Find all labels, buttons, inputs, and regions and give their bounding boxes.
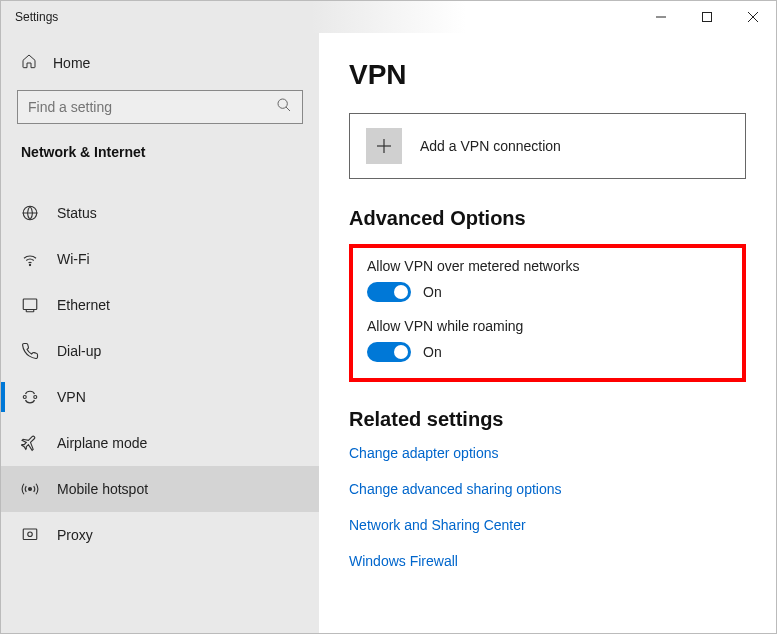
sidebar-item-airplane[interactable]: Airplane mode — [1, 420, 319, 466]
airplane-icon — [21, 434, 39, 452]
home-label: Home — [53, 55, 90, 71]
add-vpn-button[interactable]: Add a VPN connection — [349, 113, 746, 179]
toggle-roaming-label: Allow VPN while roaming — [367, 318, 728, 334]
nav-label: Proxy — [57, 527, 93, 543]
svg-rect-12 — [23, 529, 37, 540]
window-controls — [638, 1, 776, 33]
ethernet-icon — [21, 296, 39, 314]
svg-point-10 — [34, 396, 37, 399]
link-windows-firewall[interactable]: Windows Firewall — [349, 553, 746, 569]
nav-label: Status — [57, 205, 97, 221]
svg-rect-8 — [23, 299, 37, 310]
toggle-roaming-row: On — [367, 342, 728, 362]
svg-line-5 — [286, 107, 290, 111]
wifi-icon — [21, 250, 39, 268]
close-button[interactable] — [730, 1, 776, 33]
svg-point-13 — [28, 532, 33, 537]
svg-point-9 — [23, 396, 26, 399]
nav-label: Mobile hotspot — [57, 481, 148, 497]
link-adapter-options[interactable]: Change adapter options — [349, 445, 746, 461]
vpn-icon — [21, 388, 39, 406]
nav-label: Ethernet — [57, 297, 110, 313]
nav-label: Airplane mode — [57, 435, 147, 451]
plus-icon — [366, 128, 402, 164]
minimize-button[interactable] — [638, 1, 684, 33]
toggle-metered-row: On — [367, 282, 728, 302]
sidebar-item-status[interactable]: Status — [1, 190, 319, 236]
home-icon — [21, 53, 37, 72]
nav-label: Dial-up — [57, 343, 101, 359]
advanced-heading: Advanced Options — [349, 207, 746, 230]
sidebar-item-vpn[interactable]: VPN — [1, 374, 319, 420]
related-heading: Related settings — [349, 408, 746, 431]
svg-point-11 — [29, 488, 32, 491]
main-panel: VPN Add a VPN connection Advanced Option… — [319, 33, 776, 633]
sidebar-item-ethernet[interactable]: Ethernet — [1, 282, 319, 328]
toggle-roaming: Allow VPN while roaming On — [367, 318, 728, 362]
toggle-metered: Allow VPN over metered networks On — [367, 258, 728, 302]
toggle-roaming-switch[interactable] — [367, 342, 411, 362]
toggle-metered-switch[interactable] — [367, 282, 411, 302]
add-vpn-label: Add a VPN connection — [420, 138, 561, 154]
sidebar-item-dialup[interactable]: Dial-up — [1, 328, 319, 374]
search-box[interactable] — [17, 90, 303, 124]
dialup-icon — [21, 342, 39, 360]
settings-window: Settings Home Network & Internet Status — [0, 0, 777, 634]
nav-label: VPN — [57, 389, 86, 405]
search-icon — [276, 97, 292, 117]
toggle-metered-label: Allow VPN over metered networks — [367, 258, 728, 274]
titlebar: Settings — [1, 1, 776, 33]
hotspot-icon — [21, 480, 39, 498]
window-body: Home Network & Internet Status Wi-Fi Eth — [1, 33, 776, 633]
toggle-roaming-state: On — [423, 344, 442, 360]
nav-list: Status Wi-Fi Ethernet Dial-up VPN — [1, 190, 319, 558]
toggle-metered-state: On — [423, 284, 442, 300]
nav-label: Wi-Fi — [57, 251, 90, 267]
link-advanced-sharing[interactable]: Change advanced sharing options — [349, 481, 746, 497]
proxy-icon — [21, 526, 39, 544]
link-network-sharing-center[interactable]: Network and Sharing Center — [349, 517, 746, 533]
status-icon — [21, 204, 39, 222]
window-title: Settings — [1, 10, 58, 24]
svg-point-7 — [29, 264, 30, 265]
sidebar-item-wifi[interactable]: Wi-Fi — [1, 236, 319, 282]
sidebar: Home Network & Internet Status Wi-Fi Eth — [1, 33, 319, 633]
svg-point-4 — [278, 99, 287, 108]
highlight-box: Allow VPN over metered networks On Allow… — [349, 244, 746, 382]
maximize-button[interactable] — [684, 1, 730, 33]
home-button[interactable]: Home — [1, 43, 319, 82]
svg-rect-1 — [703, 13, 712, 22]
search-input[interactable] — [28, 99, 276, 115]
section-title: Network & Internet — [1, 144, 319, 172]
page-title: VPN — [349, 59, 746, 91]
sidebar-item-hotspot[interactable]: Mobile hotspot — [1, 466, 319, 512]
sidebar-item-proxy[interactable]: Proxy — [1, 512, 319, 558]
